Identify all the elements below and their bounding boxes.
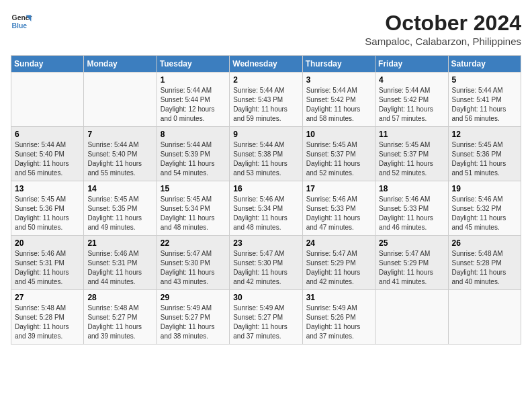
day-number: 31 xyxy=(306,293,371,302)
calendar-day-cell: 31Sunrise: 5:49 AMSunset: 5:26 PMDayligh… xyxy=(302,290,375,345)
day-detail: Sunrise: 5:48 AMSunset: 5:28 PMDaylight:… xyxy=(15,304,80,341)
day-detail: Sunrise: 5:47 AMSunset: 5:29 PMDaylight:… xyxy=(306,249,371,287)
weekday-header: Thursday xyxy=(302,56,375,73)
day-number: 19 xyxy=(452,184,517,193)
calendar-day-cell xyxy=(375,290,448,345)
day-number: 25 xyxy=(379,238,444,248)
calendar-week-row: 27Sunrise: 5:48 AMSunset: 5:28 PMDayligh… xyxy=(11,290,521,345)
calendar-day-cell: 13Sunrise: 5:45 AMSunset: 5:36 PMDayligh… xyxy=(11,181,84,236)
weekday-header: Tuesday xyxy=(157,56,229,73)
calendar-header-row: SundayMondayTuesdayWednesdayThursdayFrid… xyxy=(11,56,521,73)
calendar-day-cell: 18Sunrise: 5:46 AMSunset: 5:33 PMDayligh… xyxy=(375,181,448,236)
calendar-day-cell: 4Sunrise: 5:44 AMSunset: 5:42 PMDaylight… xyxy=(375,73,448,127)
calendar-day-cell xyxy=(448,290,521,345)
day-detail: Sunrise: 5:44 AMSunset: 5:40 PMDaylight:… xyxy=(15,140,80,178)
calendar-day-cell: 12Sunrise: 5:45 AMSunset: 5:36 PMDayligh… xyxy=(448,127,521,181)
calendar-day-cell: 1Sunrise: 5:44 AMSunset: 5:44 PMDaylight… xyxy=(157,73,229,127)
calendar-day-cell: 26Sunrise: 5:48 AMSunset: 5:28 PMDayligh… xyxy=(448,236,521,290)
day-number: 20 xyxy=(15,238,80,248)
page-subtitle: Sampaloc, Calabarzon, Philippines xyxy=(365,36,521,47)
day-number: 12 xyxy=(452,130,517,139)
day-number: 2 xyxy=(233,75,298,85)
day-detail: Sunrise: 5:46 AMSunset: 5:31 PMDaylight:… xyxy=(15,249,80,287)
day-detail: Sunrise: 5:44 AMSunset: 5:39 PMDaylight:… xyxy=(161,140,226,178)
day-detail: Sunrise: 5:44 AMSunset: 5:44 PMDaylight:… xyxy=(161,86,226,124)
day-detail: Sunrise: 5:46 AMSunset: 5:34 PMDaylight:… xyxy=(233,195,298,232)
day-number: 5 xyxy=(452,75,517,85)
day-detail: Sunrise: 5:44 AMSunset: 5:42 PMDaylight:… xyxy=(379,86,444,124)
calendar-day-cell: 10Sunrise: 5:45 AMSunset: 5:37 PMDayligh… xyxy=(302,127,375,181)
weekday-header: Friday xyxy=(375,56,448,73)
day-detail: Sunrise: 5:48 AMSunset: 5:28 PMDaylight:… xyxy=(452,249,517,287)
calendar-day-cell: 29Sunrise: 5:49 AMSunset: 5:27 PMDayligh… xyxy=(157,290,229,345)
calendar-day-cell: 30Sunrise: 5:49 AMSunset: 5:27 PMDayligh… xyxy=(230,290,302,345)
day-detail: Sunrise: 5:44 AMSunset: 5:41 PMDaylight:… xyxy=(452,86,517,124)
calendar-day-cell: 11Sunrise: 5:45 AMSunset: 5:37 PMDayligh… xyxy=(375,127,448,181)
day-detail: Sunrise: 5:44 AMSunset: 5:38 PMDaylight:… xyxy=(233,140,298,178)
day-number: 23 xyxy=(233,238,298,248)
day-number: 3 xyxy=(306,75,371,85)
day-number: 30 xyxy=(233,293,298,302)
calendar-day-cell: 8Sunrise: 5:44 AMSunset: 5:39 PMDaylight… xyxy=(157,127,229,181)
day-detail: Sunrise: 5:49 AMSunset: 5:27 PMDaylight:… xyxy=(233,304,298,341)
page-title: October 2024 xyxy=(365,11,521,36)
calendar-day-cell: 28Sunrise: 5:48 AMSunset: 5:27 PMDayligh… xyxy=(84,290,157,345)
day-number: 15 xyxy=(161,184,226,193)
day-detail: Sunrise: 5:49 AMSunset: 5:27 PMDaylight:… xyxy=(161,304,226,341)
calendar-day-cell: 9Sunrise: 5:44 AMSunset: 5:38 PMDaylight… xyxy=(230,127,302,181)
day-number: 4 xyxy=(379,75,444,85)
calendar-week-row: 1Sunrise: 5:44 AMSunset: 5:44 PMDaylight… xyxy=(11,73,521,127)
day-number: 10 xyxy=(306,130,371,139)
calendar-day-cell: 19Sunrise: 5:46 AMSunset: 5:32 PMDayligh… xyxy=(448,181,521,236)
calendar-day-cell: 2Sunrise: 5:44 AMSunset: 5:43 PMDaylight… xyxy=(230,73,302,127)
day-detail: Sunrise: 5:45 AMSunset: 5:36 PMDaylight:… xyxy=(15,195,80,232)
calendar-day-cell xyxy=(11,73,84,127)
calendar-week-row: 20Sunrise: 5:46 AMSunset: 5:31 PMDayligh… xyxy=(11,236,521,290)
title-block: October 2024 Sampaloc, Calabarzon, Phili… xyxy=(365,11,521,47)
day-detail: Sunrise: 5:45 AMSunset: 5:36 PMDaylight:… xyxy=(452,140,517,178)
calendar-day-cell: 14Sunrise: 5:45 AMSunset: 5:35 PMDayligh… xyxy=(84,181,157,236)
day-detail: Sunrise: 5:49 AMSunset: 5:26 PMDaylight:… xyxy=(306,304,371,341)
day-number: 28 xyxy=(87,293,152,302)
page-header: General Blue October 2024 Sampaloc, Cala… xyxy=(11,11,521,47)
calendar-day-cell: 3Sunrise: 5:44 AMSunset: 5:42 PMDaylight… xyxy=(302,73,375,127)
day-detail: Sunrise: 5:44 AMSunset: 5:42 PMDaylight:… xyxy=(306,86,371,124)
day-number: 16 xyxy=(233,184,298,193)
calendar-day-cell xyxy=(84,73,157,127)
calendar-day-cell: 17Sunrise: 5:46 AMSunset: 5:33 PMDayligh… xyxy=(302,181,375,236)
day-number: 11 xyxy=(379,130,444,139)
day-number: 9 xyxy=(233,130,298,139)
calendar-day-cell: 21Sunrise: 5:46 AMSunset: 5:31 PMDayligh… xyxy=(84,236,157,290)
day-number: 17 xyxy=(306,184,371,193)
day-number: 27 xyxy=(15,293,80,302)
calendar-day-cell: 7Sunrise: 5:44 AMSunset: 5:40 PMDaylight… xyxy=(84,127,157,181)
day-detail: Sunrise: 5:46 AMSunset: 5:33 PMDaylight:… xyxy=(306,195,371,232)
weekday-header: Wednesday xyxy=(230,56,302,73)
day-detail: Sunrise: 5:48 AMSunset: 5:27 PMDaylight:… xyxy=(87,304,152,341)
day-detail: Sunrise: 5:45 AMSunset: 5:37 PMDaylight:… xyxy=(306,140,371,178)
logo-icon: General Blue xyxy=(11,11,32,32)
calendar-day-cell: 24Sunrise: 5:47 AMSunset: 5:29 PMDayligh… xyxy=(302,236,375,290)
calendar-day-cell: 25Sunrise: 5:47 AMSunset: 5:29 PMDayligh… xyxy=(375,236,448,290)
day-detail: Sunrise: 5:47 AMSunset: 5:30 PMDaylight:… xyxy=(161,249,226,287)
calendar-week-row: 6Sunrise: 5:44 AMSunset: 5:40 PMDaylight… xyxy=(11,127,521,181)
svg-text:Blue: Blue xyxy=(12,22,28,30)
calendar-day-cell: 5Sunrise: 5:44 AMSunset: 5:41 PMDaylight… xyxy=(448,73,521,127)
day-number: 29 xyxy=(161,293,226,302)
day-number: 13 xyxy=(15,184,80,193)
calendar-day-cell: 27Sunrise: 5:48 AMSunset: 5:28 PMDayligh… xyxy=(11,290,84,345)
day-detail: Sunrise: 5:44 AMSunset: 5:40 PMDaylight:… xyxy=(87,140,152,178)
day-detail: Sunrise: 5:46 AMSunset: 5:33 PMDaylight:… xyxy=(379,195,444,232)
day-detail: Sunrise: 5:45 AMSunset: 5:34 PMDaylight:… xyxy=(161,195,226,232)
calendar-table: SundayMondayTuesdayWednesdayThursdayFrid… xyxy=(11,55,521,345)
calendar-day-cell: 22Sunrise: 5:47 AMSunset: 5:30 PMDayligh… xyxy=(157,236,229,290)
weekday-header: Saturday xyxy=(448,56,521,73)
day-number: 14 xyxy=(87,184,152,193)
day-number: 6 xyxy=(15,130,80,139)
day-detail: Sunrise: 5:45 AMSunset: 5:37 PMDaylight:… xyxy=(379,140,444,178)
day-number: 21 xyxy=(87,238,152,248)
calendar-day-cell: 23Sunrise: 5:47 AMSunset: 5:30 PMDayligh… xyxy=(230,236,302,290)
day-number: 26 xyxy=(452,238,517,248)
day-number: 24 xyxy=(306,238,371,248)
day-detail: Sunrise: 5:46 AMSunset: 5:32 PMDaylight:… xyxy=(452,195,517,232)
